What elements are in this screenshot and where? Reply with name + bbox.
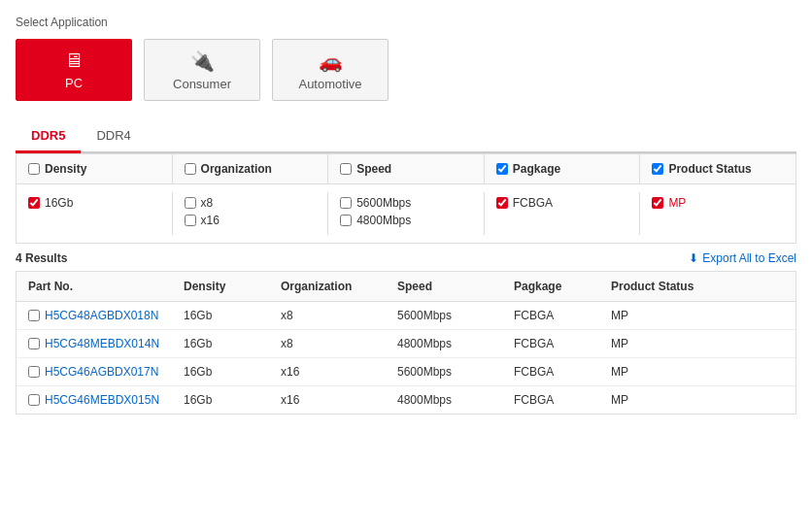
partno-link-2[interactable]: H5CG46AGBDX017N xyxy=(45,365,158,379)
td-partno-3: H5CG46MEBDX015N xyxy=(17,386,172,414)
results-bar: 4 Results ⬇ Export All to Excel xyxy=(16,244,796,271)
table-row: H5CG48AGBDX018N 16Gb x8 5600Mbps FCBGA M… xyxy=(17,302,795,330)
app-btn-consumer-label: Consumer xyxy=(173,77,231,91)
filter-section: Density Organization Speed Pagkage Produ… xyxy=(16,153,796,244)
speed-5600-checkbox[interactable] xyxy=(340,197,352,209)
results-table: Part No. Density Organization Speed Pagk… xyxy=(16,271,796,415)
org-x16-checkbox[interactable] xyxy=(185,215,196,226)
filter-speed-cell: 5600Mbps 4800Mbps xyxy=(328,192,485,235)
tab-ddr4[interactable]: DDR4 xyxy=(81,120,146,153)
download-icon: ⬇ xyxy=(689,251,698,265)
filter-density-cell: 16Gb xyxy=(17,192,173,235)
td-speed-1: 4800Mbps xyxy=(386,330,502,357)
td-org-1: x8 xyxy=(269,330,386,357)
td-status-3: MP xyxy=(599,386,795,414)
td-density-2: 16Gb xyxy=(172,358,269,385)
filter-col-density: Density xyxy=(17,154,173,183)
filter-speed-5600: 5600Mbps xyxy=(340,196,472,210)
row3-checkbox[interactable] xyxy=(28,394,40,406)
td-pkg-1: FCBGA xyxy=(502,330,599,357)
filter-org-cell: x8 x16 xyxy=(173,192,329,235)
td-density-1: 16Gb xyxy=(172,330,269,357)
th-partno: Part No. xyxy=(17,272,172,301)
table-row: H5CG48MEBDX014N 16Gb x8 4800Mbps FCBGA M… xyxy=(17,330,795,358)
td-speed-0: 5600Mbps xyxy=(386,302,502,329)
td-density-0: 16Gb xyxy=(172,302,269,329)
org-header-checkbox[interactable] xyxy=(185,163,196,175)
th-pkg: Pagkage xyxy=(502,272,599,301)
td-org-2: x16 xyxy=(269,358,386,385)
speed-4800-checkbox[interactable] xyxy=(340,215,352,226)
filter-col-speed: Speed xyxy=(328,154,485,183)
td-speed-2: 5600Mbps xyxy=(386,358,502,385)
app-btn-automotive-label: Automotive xyxy=(298,77,361,91)
td-status-0: MP xyxy=(599,302,795,329)
table-row: H5CG46AGBDX017N 16Gb x16 5600Mbps FCBGA … xyxy=(17,358,795,386)
td-org-0: x8 xyxy=(269,302,386,329)
tab-group: DDR5 DDR4 xyxy=(16,120,796,153)
table-header: Part No. Density Organization Speed Pagk… xyxy=(17,272,795,302)
th-org: Organization xyxy=(269,272,386,301)
row0-checkbox[interactable] xyxy=(28,310,40,321)
pkg-header-checkbox[interactable] xyxy=(496,163,508,175)
filter-col-package: Pagkage xyxy=(485,154,641,183)
app-btn-pc-label: PC xyxy=(65,76,83,90)
partno-link-1[interactable]: H5CG48MEBDX014N xyxy=(45,337,159,350)
filter-pkg-fcbga: FCBGA xyxy=(496,196,628,210)
consumer-icon: 🔌 xyxy=(190,50,215,73)
th-status: Product Status xyxy=(599,272,795,301)
table-row: H5CG46MEBDX015N 16Gb x16 4800Mbps FCBGA … xyxy=(17,386,795,414)
td-status-2: MP xyxy=(599,358,795,385)
td-speed-3: 4800Mbps xyxy=(386,386,502,414)
td-partno-0: H5CG48AGBDX018N xyxy=(17,302,172,329)
density-header-checkbox[interactable] xyxy=(28,163,40,175)
filter-status-cell: MP xyxy=(640,192,795,235)
filter-col-status: Product Status xyxy=(640,154,795,183)
results-count: 4 Results xyxy=(16,251,67,265)
status-mp-checkbox[interactable] xyxy=(652,197,663,209)
row1-checkbox[interactable] xyxy=(28,338,40,349)
filter-pkg-cell: FCBGA xyxy=(485,192,641,235)
export-link[interactable]: ⬇ Export All to Excel xyxy=(689,251,796,265)
td-partno-2: H5CG46AGBDX017N xyxy=(17,358,172,385)
filter-header: Density Organization Speed Pagkage Produ… xyxy=(17,154,795,184)
filter-org-x16: x16 xyxy=(185,214,317,227)
speed-header-checkbox[interactable] xyxy=(340,163,352,175)
filter-body: 16Gb x8 x16 5600Mbps xyxy=(17,184,795,243)
filter-speed-4800: 4800Mbps xyxy=(340,214,472,227)
export-label: Export All to Excel xyxy=(702,251,796,265)
density-16gb-checkbox[interactable] xyxy=(28,197,40,209)
th-density: Density xyxy=(172,272,269,301)
td-status-1: MP xyxy=(599,330,795,357)
app-button-group: 🖥 PC 🔌 Consumer 🚗 Automotive xyxy=(16,39,796,101)
app-btn-pc[interactable]: 🖥 PC xyxy=(16,39,132,101)
filter-col-organization: Organization xyxy=(173,154,329,183)
select-app-label: Select Application xyxy=(16,16,796,29)
status-header-checkbox[interactable] xyxy=(652,163,663,175)
app-btn-consumer[interactable]: 🔌 Consumer xyxy=(144,39,260,101)
td-partno-1: H5CG48MEBDX014N xyxy=(17,330,172,357)
filter-status-mp: MP xyxy=(652,196,784,210)
partno-link-0[interactable]: H5CG48AGBDX018N xyxy=(45,309,158,322)
pc-icon: 🖥 xyxy=(64,50,84,72)
td-pkg-0: FCBGA xyxy=(502,302,599,329)
automotive-icon: 🚗 xyxy=(319,50,343,73)
th-speed: Speed xyxy=(386,272,502,301)
app-btn-automotive[interactable]: 🚗 Automotive xyxy=(272,39,389,101)
org-x8-checkbox[interactable] xyxy=(185,197,196,209)
partno-link-3[interactable]: H5CG46MEBDX015N xyxy=(45,393,159,407)
filter-org-x8: x8 xyxy=(185,196,317,210)
td-pkg-2: FCBGA xyxy=(502,358,599,385)
filter-density-16gb: 16Gb xyxy=(28,196,160,210)
row2-checkbox[interactable] xyxy=(28,366,40,378)
td-org-3: x16 xyxy=(269,386,386,414)
tab-ddr5[interactable]: DDR5 xyxy=(16,120,81,153)
pkg-fcbga-checkbox[interactable] xyxy=(496,197,508,209)
td-density-3: 16Gb xyxy=(172,386,269,414)
td-pkg-3: FCBGA xyxy=(502,386,599,414)
